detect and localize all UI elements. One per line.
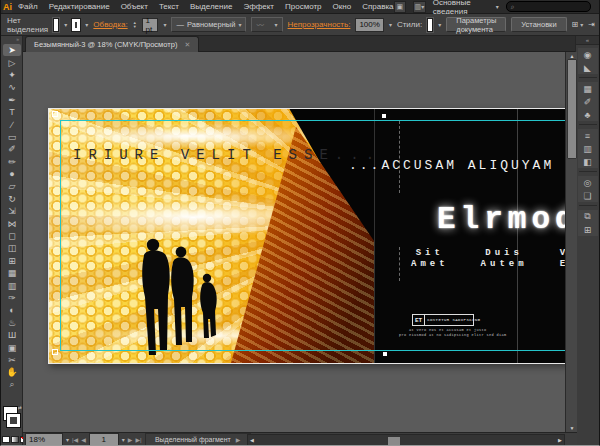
artboards-panel-icon[interactable]: ⊞ — [578, 223, 598, 236]
graphic-styles-panel-icon[interactable]: ❏ — [578, 189, 598, 202]
tab-close-icon[interactable]: ✕ — [184, 41, 190, 49]
menu-item[interactable]: Файл — [18, 2, 38, 11]
arrange-documents-icon[interactable]: ▥ ▾ — [413, 1, 426, 13]
line-tool[interactable]: ∕ — [3, 118, 21, 130]
selection-anchor[interactable] — [383, 352, 387, 356]
mesh-tool[interactable]: ▦ — [3, 267, 21, 279]
gradient-mode-button[interactable] — [11, 436, 19, 443]
eraser-tool[interactable]: ▱ — [3, 180, 21, 192]
collapse-controlbar-icon[interactable]: ⇥ — [588, 20, 595, 29]
perspective-grid-tool[interactable]: ⊞ — [3, 255, 21, 267]
stroke-width-stepper[interactable]: ▲ ▼ — [133, 21, 137, 29]
prev-artboard-button[interactable]: ◀ — [81, 436, 86, 443]
menu-item[interactable]: Редактирование — [49, 2, 110, 11]
color-panel-icon[interactable]: ◉ — [578, 48, 598, 61]
rotate-tool[interactable]: ↻ — [3, 193, 21, 205]
symbols-panel-icon[interactable]: ♣ — [578, 108, 598, 121]
next-artboard-button[interactable]: ▶ — [128, 436, 133, 443]
selection-anchor[interactable] — [382, 114, 386, 118]
scroll-right-icon[interactable]: ▶ — [556, 435, 564, 445]
stroke-panel-link[interactable]: Обводка: — [93, 20, 127, 29]
hand-tool[interactable]: ✋ — [3, 366, 21, 378]
layers-panel-icon[interactable]: ⧉ — [578, 210, 598, 223]
selection-tool[interactable]: ➤ — [3, 44, 21, 56]
magic-wand-tool[interactable]: ✦ — [3, 69, 21, 81]
blend-tool[interactable]: ◐ — [3, 304, 21, 316]
pencil-tool[interactable]: ✏ — [3, 156, 21, 168]
fill-caret-icon[interactable]: ▾ — [64, 21, 67, 28]
selection-anchor[interactable] — [52, 349, 58, 355]
vertical-scroll-thumb[interactable] — [567, 59, 577, 159]
stroke-color-swatch[interactable] — [72, 19, 80, 31]
canvas[interactable]: IRIURE VELIT ESSE... ...ACCUSAM ALIQUYAM… — [23, 52, 565, 432]
opacity-field[interactable]: 100% — [355, 18, 383, 32]
opacity-panel-link[interactable]: Непрозрачность: — [288, 20, 351, 29]
symbol-sprayer-tool[interactable]: ♨ — [3, 317, 21, 329]
stroke-profile-dropdown[interactable]: — Равномерный ▾ — [171, 17, 246, 32]
color-mode-button[interactable] — [2, 436, 10, 443]
stroke-swatch[interactable] — [7, 414, 20, 427]
pen-tool[interactable]: ✒ — [3, 94, 21, 106]
color-guide-panel-icon[interactable]: ◣ — [578, 61, 598, 74]
vertical-scrollbar[interactable]: ▲ ▼ — [565, 52, 577, 432]
eyedropper-tool[interactable]: ✑ — [3, 292, 21, 304]
menu-item[interactable]: Справка — [362, 2, 393, 11]
rectangle-tool[interactable]: ▭ — [3, 131, 21, 143]
brush-definition-dropdown[interactable]: 〰 ▾ — [251, 17, 282, 32]
document-tab[interactable]: Безымянный-3 @ 18% (CMYK/Просмотр) ✕ — [25, 36, 199, 52]
appearance-panel-icon[interactable]: ◎ — [578, 176, 598, 189]
style-caret-icon[interactable]: ▾ — [438, 21, 441, 28]
preferences-button[interactable]: Установки — [511, 17, 566, 32]
menu-item[interactable]: Выделение — [190, 2, 232, 11]
horizontal-scroll-thumb[interactable] — [387, 436, 401, 446]
menu-item[interactable]: Окно — [333, 2, 352, 11]
fill-color-swatch[interactable] — [53, 18, 59, 32]
zoom-tool[interactable]: ⌕ — [3, 379, 21, 391]
document-setup-button[interactable]: Параметры документа — [446, 17, 506, 32]
blob-brush-tool[interactable]: ● — [3, 168, 21, 180]
artboard-number-field[interactable]: 1 — [89, 433, 119, 446]
scale-tool[interactable]: ⇲ — [3, 205, 21, 217]
menu-item[interactable]: Текст — [159, 2, 179, 11]
menu-item[interactable]: Объект — [121, 2, 148, 11]
artboard-caret-icon[interactable]: ▾ — [122, 436, 125, 443]
stroke-panel-icon[interactable]: ≡ — [578, 129, 598, 142]
column-graph-tool[interactable]: Ш — [3, 329, 21, 341]
paintbrush-tool[interactable]: ✐ — [3, 143, 21, 155]
last-artboard-button[interactable]: ▶| — [135, 436, 141, 443]
stroke-width-field[interactable]: 1 pt — [142, 18, 159, 32]
first-artboard-button[interactable]: |◀ — [72, 436, 78, 443]
shape-builder-tool[interactable]: ◫ — [3, 242, 21, 254]
artboard-artwork[interactable]: IRIURE VELIT ESSE... ...ACCUSAM ALIQUYAM… — [48, 108, 565, 364]
width-tool[interactable]: ⋈ — [3, 217, 21, 229]
scroll-down-icon[interactable]: ▼ — [566, 424, 578, 432]
slice-tool[interactable]: ✂ — [3, 354, 21, 366]
stroke-caret-icon[interactable]: ▾ — [85, 21, 88, 28]
direct-selection-tool[interactable]: ▷ — [3, 56, 21, 68]
align-options[interactable]: ⊞ ▾ — [572, 20, 584, 29]
selection-anchor[interactable] — [52, 111, 58, 117]
dock-collapse-icon[interactable]: « — [576, 36, 599, 45]
gradient-tool[interactable]: ▥ — [3, 279, 21, 291]
stroke-width-caret-icon[interactable]: ▾ — [163, 21, 166, 28]
stepper-down-icon[interactable]: ▼ — [133, 25, 137, 29]
toolbar-collapse-icon[interactable]: » — [1, 36, 22, 43]
artboard-tool[interactable]: ▣ — [3, 341, 21, 353]
scroll-left-icon[interactable]: ◀ — [248, 435, 256, 445]
zoom-caret-icon[interactable]: ▾ — [66, 436, 69, 443]
status-menu-icon[interactable]: ▶ — [236, 436, 241, 443]
lasso-tool[interactable]: ∿ — [3, 81, 21, 93]
horizontal-scrollbar[interactable]: ◀ ▶ — [247, 434, 565, 446]
menu-item[interactable]: Эффект — [243, 2, 274, 11]
opacity-caret-icon[interactable]: ▾ — [389, 21, 392, 28]
search-input[interactable]: ⌕ — [506, 1, 591, 12]
zoom-level-field[interactable]: 18% — [25, 433, 63, 446]
transparency-panel-icon[interactable]: ◧ — [578, 155, 598, 168]
swatches-panel-icon[interactable]: ▦ — [578, 82, 598, 95]
bridge-icon[interactable]: ▣ — [394, 1, 407, 13]
status-display[interactable]: Выделенный фрагмент ▶ — [145, 433, 251, 446]
menu-item[interactable]: Просмотр — [285, 2, 322, 11]
brushes-panel-icon[interactable]: ✐ — [578, 95, 598, 108]
gradient-panel-icon[interactable]: ▥ — [578, 142, 598, 155]
type-tool[interactable]: T — [3, 106, 21, 118]
